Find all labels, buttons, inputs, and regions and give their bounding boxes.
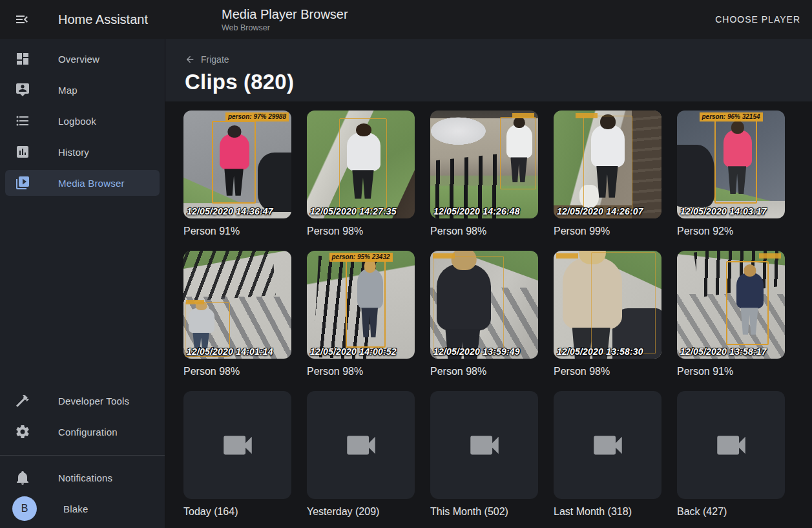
clip-thumbnail: 12/05/2020 14:01:14 — [183, 251, 291, 359]
sidebar-spacer — [0, 198, 165, 385]
clip-thumbnail: 12/05/2020 14:27:35 — [307, 111, 415, 218]
detection-label: person: 97% 29988 — [225, 112, 289, 121]
sidebar-item-map[interactable]: Map — [5, 77, 160, 103]
app-bar-left: Home Assistant — [0, 0, 165, 39]
sidebar-item-overview[interactable]: Overview — [5, 46, 160, 72]
folder-thumbnail — [430, 391, 538, 499]
clip-card[interactable]: 12/05/2020 14:27:35 Person 98% — [307, 111, 415, 237]
media-title-block: Media Player Browser Web Browser — [222, 6, 348, 32]
breadcrumb-label: Frigate — [201, 54, 229, 65]
video-icon — [219, 427, 256, 464]
detection-bounding-box — [339, 118, 387, 209]
app-title: Home Assistant — [58, 12, 148, 27]
clip-card[interactable]: 12/05/2020 14:26:07 Person 99% — [554, 111, 661, 237]
clip-card[interactable]: 12/05/2020 14:01:14 Person 98% — [183, 251, 291, 377]
sidebar-item-label: Map — [58, 85, 78, 96]
content: Frigate Clips (820) person: 97% 29988 12… — [165, 39, 812, 528]
clip-caption: Person 98% — [307, 366, 415, 377]
clip-card[interactable]: 12/05/2020 13:58:30 Person 98% — [554, 251, 661, 377]
page-subtitle: Web Browser — [222, 23, 348, 32]
folder-card-last-month[interactable]: Last Month (318) — [554, 391, 661, 518]
detection-label — [576, 113, 598, 118]
user-name-label: Blake — [63, 503, 88, 514]
clip-card[interactable]: 12/05/2020 13:59:49 Person 98% — [430, 251, 538, 377]
sidebar-item-history[interactable]: History — [5, 139, 160, 165]
clip-card[interactable]: person: 97% 29988 12/05/2020 14:36:47 Pe… — [183, 111, 291, 237]
porch-rail-shape — [632, 111, 661, 218]
folder-label: Back (427) — [677, 506, 785, 518]
clip-caption: Person 98% — [183, 366, 291, 377]
sidebar-item-label: Notifications — [58, 472, 112, 483]
clip-card[interactable]: 12/05/2020 13:58:17 Person 91% — [677, 251, 785, 377]
clip-thumbnail: person: 95% 23432 12/05/2020 14:00:52 — [307, 251, 415, 359]
menu-open-icon[interactable] — [14, 12, 30, 27]
clip-timestamp: 12/05/2020 14:36:47 — [187, 206, 273, 216]
clip-timestamp: 12/05/2020 14:26:48 — [433, 206, 520, 216]
sidebar-item-media-browser[interactable]: Media Browser — [5, 170, 160, 196]
detection-bounding-box — [591, 252, 656, 354]
folder-label: This Month (502) — [430, 506, 538, 518]
gear-icon — [15, 424, 30, 439]
folder-thumbnail — [183, 391, 291, 499]
clip-thumbnail: 12/05/2020 13:58:17 — [677, 251, 785, 359]
folder-thumbnail — [307, 391, 415, 499]
video-icon — [589, 427, 627, 464]
folder-card-back[interactable]: Back (427) — [677, 391, 785, 518]
sidebar-item-configuration[interactable]: Configuration — [5, 419, 160, 445]
clip-thumbnail: person: 97% 29988 12/05/2020 14:36:47 — [183, 111, 291, 218]
video-icon — [342, 427, 380, 464]
page-title: Media Player Browser — [222, 6, 348, 22]
folder-label: Today (164) — [183, 506, 291, 518]
sidebar-item-label: Overview — [58, 54, 99, 65]
detection-bounding-box — [212, 121, 256, 204]
folder-thumbnail — [677, 391, 785, 499]
avatar: B — [12, 496, 37, 521]
content-header: Frigate Clips (820) — [165, 39, 812, 101]
clip-card[interactable]: person: 95% 23432 12/05/2020 14:00:52 Pe… — [307, 251, 415, 377]
detection-bounding-box — [433, 256, 504, 354]
clip-timestamp: 12/05/2020 13:59:49 — [433, 346, 520, 357]
detection-label: person: 96% 32154 — [699, 112, 762, 121]
detection-bounding-box — [714, 120, 757, 204]
clip-timestamp: 12/05/2020 13:58:17 — [680, 346, 767, 357]
sidebar-item-label: History — [58, 147, 89, 158]
detection-label — [186, 300, 204, 304]
clips-grid: person: 97% 29988 12/05/2020 14:36:47 Pe… — [165, 101, 812, 528]
folder-card-this-month[interactable]: This Month (502) — [430, 391, 538, 518]
sidebar-item-developer-tools[interactable]: Developer Tools — [5, 388, 160, 414]
clip-timestamp: 12/05/2020 14:03:17 — [680, 206, 767, 216]
clip-thumbnail: person: 96% 32154 12/05/2020 14:03:17 — [677, 111, 785, 218]
detection-label — [759, 253, 781, 259]
tooltip-account-icon — [15, 82, 30, 98]
stroller-shape — [258, 153, 291, 212]
sidebar-item-logbook[interactable]: Logbook — [5, 108, 160, 134]
clip-caption: Person 98% — [307, 226, 415, 237]
bell-icon — [15, 470, 30, 485]
folder-card-today[interactable]: Today (164) — [183, 391, 291, 518]
choose-player-button[interactable]: CHOOSE PLAYER — [711, 9, 804, 30]
clip-timestamp: 12/05/2020 14:26:07 — [557, 206, 643, 216]
clip-thumbnail: 12/05/2020 13:58:30 — [554, 251, 661, 359]
hammer-icon — [15, 393, 30, 408]
folder-label: Last Month (318) — [554, 506, 661, 518]
clip-caption: Person 98% — [430, 366, 538, 377]
play-box-multiple-icon — [15, 175, 30, 191]
clip-card[interactable]: 12/05/2020 14:26:48 Person 98% — [430, 111, 538, 237]
clip-caption: Person 99% — [554, 226, 661, 237]
sidebar-item-label: Configuration — [58, 427, 118, 438]
folder-thumbnail — [554, 391, 661, 499]
clips-title: Clips (820) — [185, 70, 812, 94]
clip-caption: Person 92% — [677, 226, 785, 237]
detection-bounding-box — [346, 257, 386, 348]
sidebar-item-user[interactable]: B Blake — [5, 496, 160, 522]
detection-bounding-box — [726, 261, 769, 345]
clip-card[interactable]: person: 96% 32154 12/05/2020 14:03:17 Pe… — [677, 111, 785, 237]
clip-thumbnail: 12/05/2020 13:59:49 — [430, 251, 538, 359]
breadcrumb[interactable]: Frigate — [185, 54, 229, 65]
folder-card-yesterday[interactable]: Yesterday (209) — [307, 391, 415, 518]
chart-box-icon — [15, 144, 30, 160]
clip-thumbnail: 12/05/2020 14:26:48 — [430, 111, 538, 218]
sidebar-item-notifications[interactable]: Notifications — [5, 465, 160, 491]
folder-label: Yesterday (209) — [307, 506, 415, 518]
clip-timestamp: 12/05/2020 14:00:52 — [310, 346, 397, 357]
